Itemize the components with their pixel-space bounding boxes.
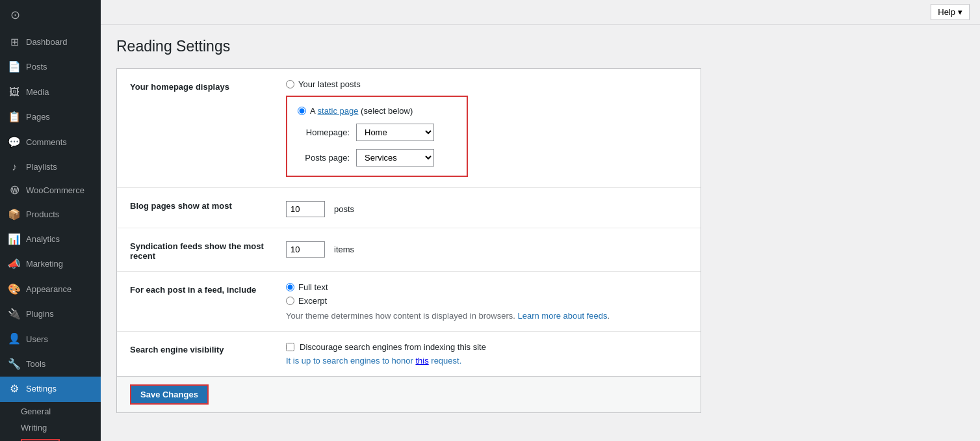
sidebar-item-posts[interactable]: 📄 Posts [0, 55, 101, 79]
woocommerce-icon: Ⓦ [8, 185, 21, 196]
plugins-icon: 🔌 [8, 307, 21, 321]
sidebar-item-pages[interactable]: 📋 Pages [0, 105, 101, 129]
help-label: Help [938, 7, 955, 17]
full-text-radio[interactable] [286, 283, 294, 291]
static-page-option: A static page (select below) [298, 106, 456, 116]
sidebar-item-products[interactable]: 📦 Products [0, 202, 101, 227]
sidebar-item-label: WooCommerce [26, 185, 84, 196]
static-page-radio[interactable] [298, 107, 306, 115]
sidebar-item-marketing[interactable]: 📣 Marketing [0, 252, 101, 276]
blog-pages-suffix: posts [334, 204, 354, 214]
homepage-select-row: Homepage: Home About Contact Blog [298, 124, 456, 141]
sidebar-item-label: Appearance [26, 284, 71, 295]
feed-include-label: For each post in a feed, include [130, 282, 273, 295]
homepage-select-label: Homepage: [298, 127, 350, 137]
sidebar-item-label: Marketing [26, 258, 63, 270]
wordpress-icon: ⊙ [10, 8, 20, 22]
full-text-label: Full text [298, 282, 328, 292]
search-visibility-row: Search engine visibility Discourage sear… [117, 332, 701, 376]
sidebar-item-label: Analytics [26, 234, 60, 245]
latest-posts-label: Your latest posts [298, 79, 361, 89]
static-page-link[interactable]: static page [318, 106, 359, 116]
sidebar-item-label: Tools [26, 358, 45, 370]
feed-note: Your theme determines how content is dis… [286, 311, 688, 321]
full-text-option: Full text [286, 282, 688, 292]
sidebar-item-appearance[interactable]: 🎨 Appearance [0, 277, 101, 302]
topbar: Help ▾ [101, 0, 980, 25]
search-note: It is up to search engines to honor this… [286, 356, 688, 366]
main-content: Help ▾ Reading Settings Your homepage di… [101, 0, 980, 441]
help-chevron-icon: ▾ [958, 7, 962, 17]
latest-posts-option: Your latest posts [286, 79, 688, 89]
excerpt-radio[interactable] [286, 297, 294, 305]
sidebar-item-users[interactable]: 👤 Users [0, 327, 101, 351]
blog-pages-control: posts [286, 198, 688, 217]
feed-include-row: For each post in a feed, include Full te… [117, 272, 701, 332]
sidebar-item-label: Posts [26, 61, 47, 73]
comments-icon: 💬 [8, 135, 21, 150]
sidebar-logo: ⊙ [0, 0, 101, 30]
search-visibility-checkbox-row: Discourage search engines from indexing … [286, 342, 688, 352]
sidebar-item-label: Plugins [26, 308, 54, 320]
sidebar-item-comments[interactable]: 💬 Comments [0, 130, 101, 155]
sidebar-item-label: Media [26, 87, 49, 98]
syndication-row: Syndication feeds show the most recent i… [117, 228, 701, 272]
search-visibility-checkbox[interactable] [286, 343, 294, 351]
media-icon: 🖼 [8, 85, 21, 100]
syndication-suffix: items [334, 245, 354, 254]
help-button[interactable]: Help ▾ [931, 4, 970, 20]
homepage-displays-row: Your homepage displays Your latest posts… [117, 69, 701, 188]
search-visibility-control: Discourage search engines from indexing … [286, 342, 688, 366]
search-visibility-checkbox-label: Discourage search engines from indexing … [300, 342, 486, 352]
posts-page-select[interactable]: Services Blog News Home [356, 149, 434, 167]
homepage-displays-control: Your latest posts A static page (select … [286, 79, 688, 177]
excerpt-option: Excerpt [286, 296, 688, 306]
sidebar-item-plugins[interactable]: 🔌 Plugins [0, 302, 101, 327]
sidebar-item-label: Pages [26, 111, 50, 123]
syndication-label: Syndication feeds show the most recent [130, 239, 273, 261]
marketing-icon: 📣 [8, 257, 21, 271]
excerpt-label: Excerpt [298, 296, 327, 306]
homepage-select[interactable]: Home About Contact Blog [356, 124, 434, 141]
sidebar-item-label: Dashboard [26, 36, 68, 48]
posts-page-select-label: Posts page: [298, 153, 350, 163]
page-content: Reading Settings Your homepage displays … [101, 25, 980, 426]
tools-icon: 🔧 [8, 357, 21, 371]
submenu-writing[interactable]: Writing [0, 420, 101, 436]
sidebar-item-woocommerce[interactable]: Ⓦ WooCommerce [0, 180, 101, 202]
sidebar-item-dashboard[interactable]: ⊞ Dashboard [0, 30, 101, 55]
sidebar-item-playlists[interactable]: ♪ Playlists [0, 155, 101, 180]
syndication-input[interactable] [286, 241, 325, 258]
syndication-control: items [286, 239, 688, 258]
sidebar-item-label: Users [26, 334, 48, 345]
posts-page-select-row: Posts page: Services Blog News Home [298, 149, 456, 167]
pages-icon: 📋 [8, 110, 21, 124]
appearance-icon: 🎨 [8, 282, 21, 297]
playlists-icon: ♪ [8, 160, 21, 174]
sidebar-item-label: Settings [26, 383, 57, 395]
submenu-general[interactable]: General [0, 403, 101, 420]
this-link[interactable]: this [415, 356, 428, 366]
submenu-reading[interactable]: Reading [0, 436, 101, 441]
settings-icon: ⚙ [8, 382, 21, 396]
sidebar-item-label: Playlists [26, 161, 57, 173]
static-page-label: A static page (select below) [310, 106, 413, 116]
sidebar-item-media[interactable]: 🖼 Media [0, 80, 101, 105]
search-visibility-label: Search engine visibility [130, 342, 273, 354]
posts-icon: 📄 [8, 60, 21, 74]
sidebar-item-settings[interactable]: ⚙ Settings [0, 377, 101, 401]
settings-submenu: General Writing Reading Discussion [0, 403, 101, 441]
dashboard-icon: ⊞ [8, 35, 21, 49]
homepage-displays-label: Your homepage displays [130, 79, 273, 92]
feed-include-control: Full text Excerpt Your theme determines … [286, 282, 688, 321]
blog-pages-input[interactable] [286, 201, 325, 217]
users-icon: 👤 [8, 332, 21, 346]
learn-more-link[interactable]: Learn more about feeds [518, 311, 608, 321]
sidebar-item-analytics[interactable]: 📊 Analytics [0, 227, 101, 252]
sidebar-item-tools[interactable]: 🔧 Tools [0, 352, 101, 377]
page-title: Reading Settings [116, 38, 964, 55]
save-changes-button[interactable]: Save Changes [130, 384, 209, 405]
blog-pages-label: Blog pages show at most [130, 198, 273, 211]
save-row: Save Changes [116, 377, 701, 413]
latest-posts-radio[interactable] [286, 80, 294, 88]
